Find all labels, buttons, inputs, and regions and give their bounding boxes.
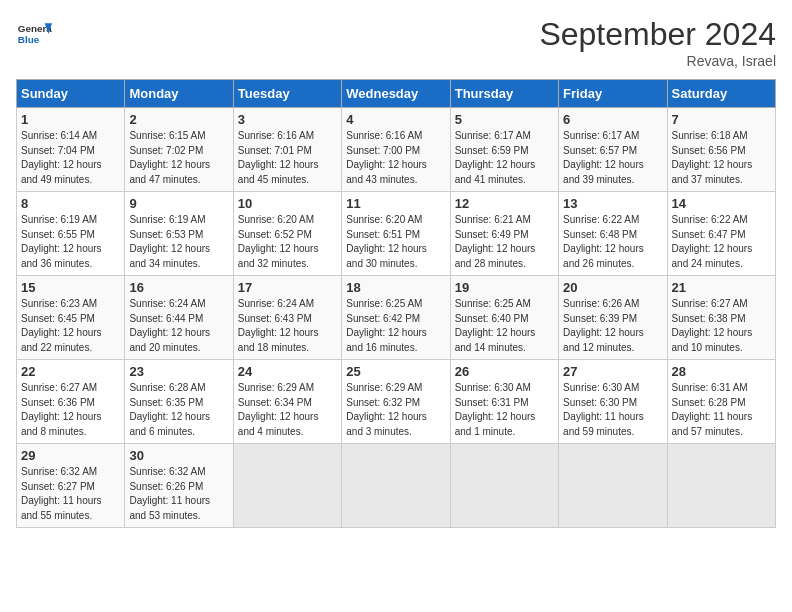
col-friday: Friday bbox=[559, 80, 667, 108]
col-thursday: Thursday bbox=[450, 80, 558, 108]
calendar-header-row: Sunday Monday Tuesday Wednesday Thursday… bbox=[17, 80, 776, 108]
col-sunday: Sunday bbox=[17, 80, 125, 108]
table-row: 7 Sunrise: 6:18 AMSunset: 6:56 PMDayligh… bbox=[667, 108, 775, 192]
table-row: 10 Sunrise: 6:20 AMSunset: 6:52 PMDaylig… bbox=[233, 192, 341, 276]
table-row: 6 Sunrise: 6:17 AMSunset: 6:57 PMDayligh… bbox=[559, 108, 667, 192]
table-row: 19 Sunrise: 6:25 AMSunset: 6:40 PMDaylig… bbox=[450, 276, 558, 360]
table-row: 9 Sunrise: 6:19 AMSunset: 6:53 PMDayligh… bbox=[125, 192, 233, 276]
calendar-week-row: 15 Sunrise: 6:23 AMSunset: 6:45 PMDaylig… bbox=[17, 276, 776, 360]
table-row: 15 Sunrise: 6:23 AMSunset: 6:45 PMDaylig… bbox=[17, 276, 125, 360]
col-wednesday: Wednesday bbox=[342, 80, 450, 108]
empty-cell bbox=[342, 444, 450, 528]
table-row: 25 Sunrise: 6:29 AMSunset: 6:32 PMDaylig… bbox=[342, 360, 450, 444]
table-row: 22 Sunrise: 6:27 AMSunset: 6:36 PMDaylig… bbox=[17, 360, 125, 444]
table-row: 14 Sunrise: 6:22 AMSunset: 6:47 PMDaylig… bbox=[667, 192, 775, 276]
table-row: 26 Sunrise: 6:30 AMSunset: 6:31 PMDaylig… bbox=[450, 360, 558, 444]
col-saturday: Saturday bbox=[667, 80, 775, 108]
table-row: 16 Sunrise: 6:24 AMSunset: 6:44 PMDaylig… bbox=[125, 276, 233, 360]
location-subtitle: Revava, Israel bbox=[539, 53, 776, 69]
table-row: 11 Sunrise: 6:20 AMSunset: 6:51 PMDaylig… bbox=[342, 192, 450, 276]
empty-cell bbox=[559, 444, 667, 528]
calendar-week-row: 1 Sunrise: 6:14 AMSunset: 7:04 PMDayligh… bbox=[17, 108, 776, 192]
table-row: 23 Sunrise: 6:28 AMSunset: 6:35 PMDaylig… bbox=[125, 360, 233, 444]
table-row: 18 Sunrise: 6:25 AMSunset: 6:42 PMDaylig… bbox=[342, 276, 450, 360]
table-row: 21 Sunrise: 6:27 AMSunset: 6:38 PMDaylig… bbox=[667, 276, 775, 360]
calendar-week-row: 22 Sunrise: 6:27 AMSunset: 6:36 PMDaylig… bbox=[17, 360, 776, 444]
table-row: 24 Sunrise: 6:29 AMSunset: 6:34 PMDaylig… bbox=[233, 360, 341, 444]
table-row: 5 Sunrise: 6:17 AMSunset: 6:59 PMDayligh… bbox=[450, 108, 558, 192]
table-row: 8 Sunrise: 6:19 AMSunset: 6:55 PMDayligh… bbox=[17, 192, 125, 276]
table-row: 27 Sunrise: 6:30 AMSunset: 6:30 PMDaylig… bbox=[559, 360, 667, 444]
month-title: September 2024 bbox=[539, 16, 776, 53]
table-row: 12 Sunrise: 6:21 AMSunset: 6:49 PMDaylig… bbox=[450, 192, 558, 276]
table-row: 29 Sunrise: 6:32 AMSunset: 6:27 PMDaylig… bbox=[17, 444, 125, 528]
empty-cell bbox=[450, 444, 558, 528]
table-row: 4 Sunrise: 6:16 AMSunset: 7:00 PMDayligh… bbox=[342, 108, 450, 192]
col-monday: Monday bbox=[125, 80, 233, 108]
table-row: 30 Sunrise: 6:32 AMSunset: 6:26 PMDaylig… bbox=[125, 444, 233, 528]
table-row: 17 Sunrise: 6:24 AMSunset: 6:43 PMDaylig… bbox=[233, 276, 341, 360]
calendar-week-row: 8 Sunrise: 6:19 AMSunset: 6:55 PMDayligh… bbox=[17, 192, 776, 276]
logo: General Blue bbox=[16, 16, 52, 52]
col-tuesday: Tuesday bbox=[233, 80, 341, 108]
table-row: 3 Sunrise: 6:16 AMSunset: 7:01 PMDayligh… bbox=[233, 108, 341, 192]
page-header: General Blue September 2024 Revava, Isra… bbox=[16, 16, 776, 69]
table-row: 28 Sunrise: 6:31 AMSunset: 6:28 PMDaylig… bbox=[667, 360, 775, 444]
table-row: 2 Sunrise: 6:15 AMSunset: 7:02 PMDayligh… bbox=[125, 108, 233, 192]
calendar-week-row: 29 Sunrise: 6:32 AMSunset: 6:27 PMDaylig… bbox=[17, 444, 776, 528]
calendar-table: Sunday Monday Tuesday Wednesday Thursday… bbox=[16, 79, 776, 528]
table-row: 20 Sunrise: 6:26 AMSunset: 6:39 PMDaylig… bbox=[559, 276, 667, 360]
title-area: September 2024 Revava, Israel bbox=[539, 16, 776, 69]
empty-cell bbox=[667, 444, 775, 528]
svg-text:Blue: Blue bbox=[18, 34, 40, 45]
empty-cell bbox=[233, 444, 341, 528]
table-row: 1 Sunrise: 6:14 AMSunset: 7:04 PMDayligh… bbox=[17, 108, 125, 192]
table-row: 13 Sunrise: 6:22 AMSunset: 6:48 PMDaylig… bbox=[559, 192, 667, 276]
logo-icon: General Blue bbox=[16, 16, 52, 52]
